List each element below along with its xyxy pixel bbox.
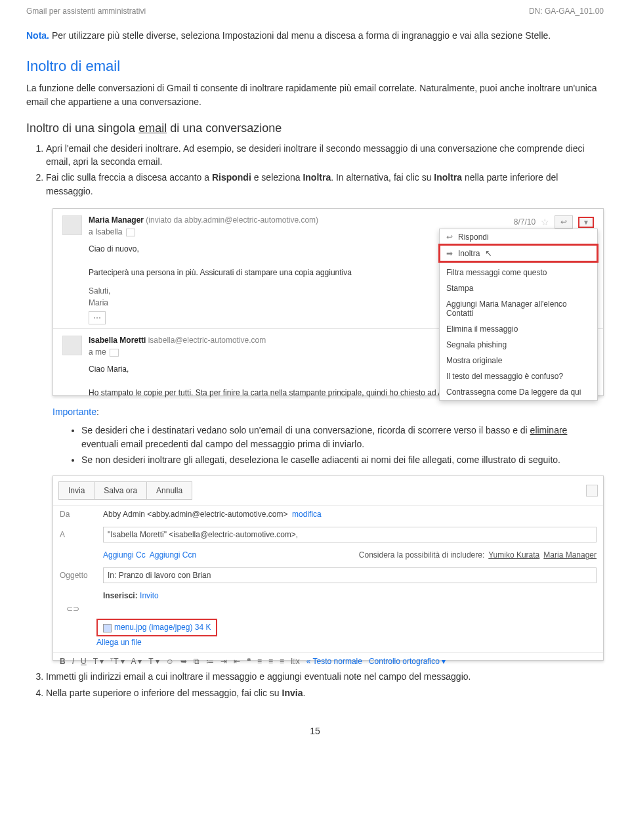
remove-format-button[interactable]: Iͯx <box>291 657 300 666</box>
subject-input[interactable]: In: Pranzo di lavoro con Brian <box>103 567 597 583</box>
note-paragraph: Nota. Per utilizzare più stelle diverse,… <box>26 29 604 42</box>
suggested-recipients: Considera la possibilità di includere:Yu… <box>359 550 597 560</box>
subsection-heading: Inoltro di una singola email di una conv… <box>26 122 604 135</box>
quote-button[interactable]: ❝ <box>247 657 251 666</box>
link-button[interactable]: ➥ <box>180 657 187 666</box>
send-button[interactable]: Invia <box>58 481 94 500</box>
menu-reply[interactable]: ↩Rispondi <box>440 229 597 245</box>
reply-icon: ↩ <box>446 232 453 242</box>
menu-add-contact[interactable]: Aggiungi Maria Manager all'elenco Contat… <box>440 296 597 321</box>
from-value: Abby Admin <abby.admin@electric-automoti… <box>103 510 597 519</box>
save-now-button[interactable]: Salva ora <box>94 481 147 500</box>
align-center-button[interactable]: ≡ <box>268 657 273 666</box>
edit-from-link[interactable]: modifica <box>292 510 322 519</box>
important-block: Importante: <box>52 405 604 418</box>
italic-button[interactable]: I <box>72 657 74 666</box>
align-left-button[interactable]: ≡ <box>257 657 262 666</box>
doc-header: Gmail per assistenti amministrativi DN: … <box>26 7 604 16</box>
to-label: A <box>60 530 96 539</box>
font-button[interactable]: T ▾ <box>93 657 104 666</box>
menu-delete[interactable]: Elimina il messaggio <box>440 321 597 337</box>
steps-list-1: Apri l'email che desideri inoltrare. Ad … <box>34 142 604 198</box>
section-heading: Inoltro di email <box>26 58 604 75</box>
formatting-toolbar: B I U T ▾ ᵀT ▾ A ▾ T ▾ ☺ ➥ ⧉ ≔ ⇥ ⇤ ❝ ≡ ≡… <box>53 652 603 670</box>
message-actions-menu: ↩Rispondi ➡Inoltra ↖ Filtra messaggi com… <box>439 229 598 401</box>
important-item-1: Se desideri che i destinatari vedano sol… <box>81 424 604 451</box>
step-3: Immetti gli indirizzi email a cui inoltr… <box>46 670 604 683</box>
suggest-2[interactable]: Maria Manager <box>543 550 597 560</box>
page-number: 15 <box>26 726 604 736</box>
expand-trimmed-icon[interactable]: ⋯ <box>89 311 106 324</box>
attachment-checkbox[interactable] <box>103 624 112 632</box>
attachment-chip[interactable]: menu.jpg (image/jpeg) 34 K <box>96 619 217 636</box>
underline-button[interactable]: U <box>81 657 87 666</box>
cursor-icon: ↖ <box>485 248 492 258</box>
spellcheck-link[interactable]: Controllo ortografico ▾ <box>369 657 446 666</box>
detail-dropdown-icon[interactable] <box>110 349 119 357</box>
step-1: Apri l'email che desideri inoltrare. Ad … <box>46 142 604 169</box>
header-left: Gmail per assistenti amministrativi <box>26 7 146 16</box>
to-input[interactable]: "Isabella Moretti" <isabella@electric-au… <box>103 527 597 542</box>
avatar <box>62 336 82 355</box>
menu-mark-unread[interactable]: Contrassegna come Da leggere da qui <box>440 384 597 400</box>
email-date: 8/7/10 <box>514 217 536 227</box>
reply-button[interactable]: ↩ <box>555 215 573 229</box>
menu-forward[interactable]: ➡Inoltra ↖ <box>440 245 597 261</box>
star-icon[interactable]: ☆ <box>541 217 549 227</box>
highlight-button[interactable]: T ▾ <box>148 657 159 666</box>
suggest-1[interactable]: Yumiko Kurata <box>488 550 539 560</box>
subject-label: Oggetto <box>60 571 96 580</box>
plain-text-link[interactable]: « Testo normale <box>306 657 362 666</box>
add-bcc-link[interactable]: Aggiungi Ccn <box>150 550 196 560</box>
screenshot-email-dropdown: 8/7/10 ☆ ↩ ▼ Maria Manager (inviato da a… <box>52 208 604 396</box>
screenshot-compose: Invia Salva ora Annulla Da Abby Admin <a… <box>52 475 604 661</box>
menu-print[interactable]: Stampa <box>440 280 597 296</box>
attach-file-link[interactable]: Allega un file <box>96 638 603 647</box>
indent-more-button[interactable]: ⇤ <box>234 657 240 666</box>
compose-toolbar: Invia Salva ora Annulla <box>53 476 603 506</box>
avatar <box>62 215 82 235</box>
header-right: DN: GA-GAA_101.00 <box>529 7 604 16</box>
detail-dropdown-icon[interactable] <box>126 229 135 236</box>
insert-invite-link[interactable]: Invito <box>140 591 159 600</box>
numbered-list-button[interactable]: ⧉ <box>194 657 200 666</box>
forward-icon: ➡ <box>446 249 453 258</box>
bold-button[interactable]: B <box>60 657 66 666</box>
step-4: Nella parte superiore o inferiore del me… <box>46 686 604 699</box>
menu-garbled[interactable]: Il testo del messaggio è confuso? <box>440 368 597 384</box>
indent-less-button[interactable]: ⇥ <box>220 657 227 666</box>
intro-paragraph: La funzione delle conversazioni di Gmail… <box>26 81 604 108</box>
popout-icon[interactable] <box>586 485 598 497</box>
insert-row: Inserisci: Invito <box>103 591 597 600</box>
important-item-2: Se non desideri inoltrare gli allegati, … <box>81 453 604 466</box>
note-label: Nota. <box>26 30 49 41</box>
emoji-button[interactable]: ☺ <box>166 657 174 666</box>
step-2: Fai clic sulla freccia a discesa accanto… <box>46 171 604 198</box>
steps-list-2: Immetti gli indirizzi email a cui inoltr… <box>34 670 604 699</box>
important-list: Se desideri che i destinatari vedano sol… <box>70 424 604 466</box>
color-button[interactable]: A ▾ <box>131 657 142 666</box>
attachment-icon: ⊂⊃ <box>66 604 103 613</box>
from-label: Da <box>60 510 96 519</box>
menu-filter[interactable]: Filtra messaggi come questo <box>440 265 597 280</box>
menu-phishing[interactable]: Segnala phishing <box>440 337 597 353</box>
size-button[interactable]: ᵀT ▾ <box>110 657 124 666</box>
menu-show-original[interactable]: Mostra originale <box>440 353 597 368</box>
cancel-button[interactable]: Annulla <box>146 481 192 500</box>
more-dropdown-button[interactable]: ▼ <box>578 217 594 228</box>
bullet-list-button[interactable]: ≔ <box>206 657 214 666</box>
align-right-button[interactable]: ≡ <box>280 657 284 666</box>
add-cc-link[interactable]: Aggiungi Cc <box>103 550 146 560</box>
